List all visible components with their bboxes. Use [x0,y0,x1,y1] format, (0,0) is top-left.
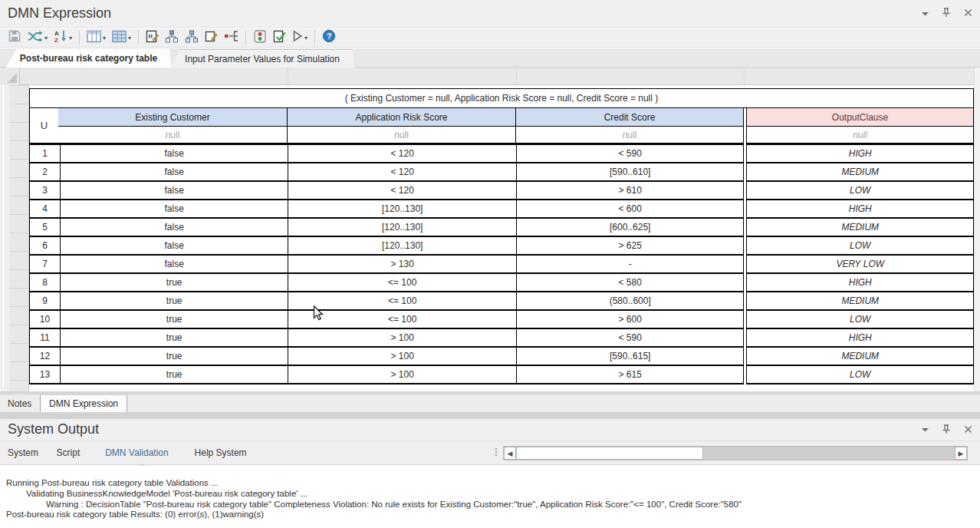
simulate-button[interactable] [251,28,269,48]
rule-number[interactable]: 13 [30,366,60,384]
rule-input-cell[interactable]: false [60,237,288,256]
rule-input-cell[interactable]: > 130 [288,256,516,274]
hit-policy-cell[interactable]: U [30,108,58,145]
dropdown-caret-icon[interactable]: ▾ [103,35,106,41]
rule-output-cell[interactable]: LOW [747,182,973,200]
rule-input-cell[interactable]: < 600 [516,200,744,219]
vertical-scrollbar[interactable] [0,68,8,391]
rule-input-cell[interactable]: < 590 [516,329,744,348]
column-header-application-risk-score[interactable]: Application Risk Score [287,108,515,127]
rule-input-cell[interactable]: > 625 [516,237,744,256]
rule-input-cell[interactable]: false [60,145,288,163]
so-tab-dmn-validation[interactable]: DMN Validation [105,447,168,458]
rule-input-cell[interactable]: [120..130] [288,200,516,219]
validate-button[interactable] [271,28,288,48]
rule-input-cell[interactable]: < 120 [288,145,516,163]
rule-input-cell[interactable]: < 120 [288,182,516,200]
horizontal-scrollbar[interactable]: ◀ ▶ [503,446,968,460]
column-header-existing-customer[interactable]: Existing Customer [58,108,287,127]
rule-number[interactable]: 7 [30,256,60,274]
dropdown-caret-icon[interactable]: ▾ [44,35,48,41]
null-value-cell[interactable]: null [747,127,973,145]
help-button[interactable]: ? [320,28,338,48]
rule-number[interactable]: 8 [30,274,60,292]
scrollbar-thumb[interactable] [516,447,703,460]
rule-input-cell[interactable]: [590..610] [516,163,744,182]
tab-input-parameter-values[interactable]: Input Parameter Values for Simulation [170,49,354,68]
sort-az-button[interactable]: AZ▾ [51,28,74,48]
null-value-cell[interactable]: null [58,127,287,145]
pin-button[interactable] [940,424,952,436]
rule-input-cell[interactable]: false [60,163,288,182]
column-header-outputclause[interactable]: OutputClause [747,108,973,127]
column-header-credit-score[interactable]: Credit Score [515,108,743,127]
edit-cell-button[interactable] [202,28,220,48]
rule-input-cell[interactable]: - [516,256,744,274]
close-button[interactable] [962,424,974,436]
rule-input-cell[interactable]: true [60,348,288,366]
table-grid-button[interactable]: ▾ [110,28,133,48]
rule-input-cell[interactable]: true [60,329,288,348]
rule-output-cell[interactable]: HIGH [747,274,973,292]
rule-input-cell[interactable]: > 100 [288,348,516,366]
tab-dmn-expression[interactable]: DMN Expression [40,394,127,414]
tab-notes[interactable]: Notes [8,398,31,409]
rule-output-cell[interactable]: LOW [747,311,973,329]
shuffle-expression-button[interactable]: ▾ [25,28,50,48]
run-button[interactable]: ▾ [290,28,310,47]
rule-input-cell[interactable]: > 100 [288,329,516,348]
rule-input-cell[interactable]: < 580 [516,274,744,292]
dropdown-caret-icon[interactable]: ▾ [69,35,72,41]
merge-cells-button[interactable] [222,28,241,47]
edit-rule-button[interactable]: R [143,28,161,48]
rule-number[interactable]: 3 [30,182,60,200]
rule-output-cell[interactable]: MEDIUM [747,292,973,311]
rule-input-cell[interactable]: (580..600] [516,292,744,311]
rule-output-cell[interactable]: LOW [747,366,973,384]
rule-input-cell[interactable]: false [60,256,288,274]
rule-input-cell[interactable]: [600..625] [516,219,744,237]
rule-output-cell[interactable]: HIGH [747,145,973,163]
rule-input-cell[interactable]: [590..615] [516,348,744,366]
pin-button[interactable] [940,8,952,20]
so-tab-script[interactable]: Script [57,447,81,458]
rule-number[interactable]: 12 [30,348,60,366]
rule-output-cell[interactable]: HIGH [747,329,973,348]
rule-input-cell[interactable]: > 100 [288,366,516,384]
so-tab-system[interactable]: System [8,447,38,458]
rule-number[interactable]: 5 [30,219,60,237]
save-button[interactable] [5,28,24,48]
rule-input-cell[interactable]: true [60,311,288,329]
grip-handle-icon[interactable] [495,448,497,456]
rule-input-cell[interactable]: false [60,200,288,219]
dropdown-caret-icon[interactable]: ▾ [304,35,307,41]
null-value-cell[interactable]: null [515,127,743,145]
rule-number[interactable]: 6 [30,237,60,256]
rule-input-cell[interactable]: <= 100 [288,274,516,292]
rule-output-cell[interactable]: MEDIUM [747,348,973,366]
table-style-button[interactable]: ▾ [84,28,108,48]
chevron-down-button[interactable] [919,8,931,20]
rule-input-cell[interactable]: > 600 [516,311,744,329]
rule-input-cell[interactable]: false [60,219,288,237]
scroll-left-button[interactable]: ◀ [504,447,516,460]
rule-number[interactable]: 9 [30,292,60,311]
scroll-right-button[interactable]: ▶ [955,447,967,460]
select-all-corner[interactable] [0,68,20,85]
rule-number[interactable]: 10 [30,311,60,329]
rule-number[interactable]: 2 [30,163,60,182]
rule-output-cell[interactable]: MEDIUM [747,163,973,182]
add-input-column-button[interactable] [163,28,181,48]
null-value-cell[interactable]: null [287,127,515,145]
rule-output-cell[interactable]: VERY LOW [747,256,973,274]
rule-input-cell[interactable]: true [60,366,288,384]
chevron-down-button[interactable] [919,424,931,436]
rule-output-cell[interactable]: LOW [747,237,973,256]
rule-input-cell[interactable]: > 610 [516,182,744,200]
close-button[interactable] [962,8,974,20]
tab-post-bureau-risk-category-table[interactable]: Post-bureau risk category table [6,49,171,68]
pane-splitter[interactable] [0,412,980,419]
rule-input-cell[interactable]: true [60,274,288,292]
so-tab-help-system[interactable]: Help System [195,447,247,458]
invocation-banner[interactable]: ( Existing Customer = null, Application … [30,89,973,108]
